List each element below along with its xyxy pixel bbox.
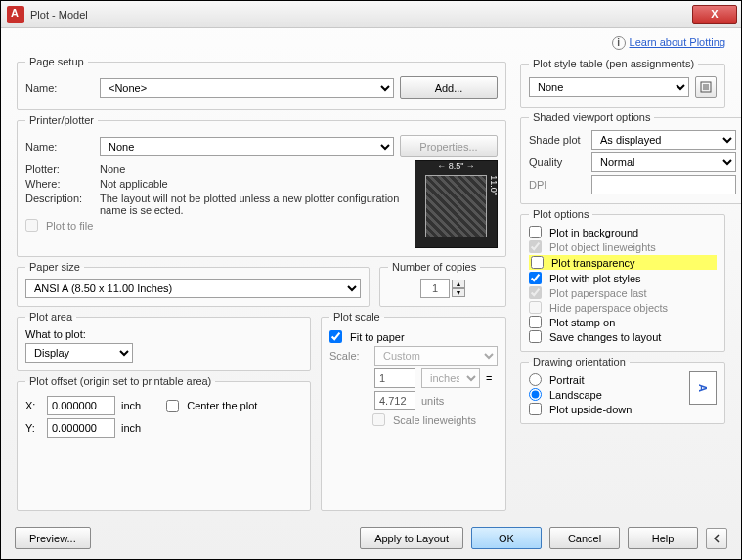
plot-area-group: Plot area What to plot: Display [17,311,311,371]
scale-lineweights-checkbox[interactable]: Scale lineweights [372,413,498,426]
apply-layout-button[interactable]: Apply to Layout [360,527,463,549]
where-label: Where: [25,178,94,190]
offset-y-input[interactable] [47,418,115,438]
plot-to-file-checkbox[interactable]: Plot to file [25,219,407,232]
shaded-viewport-group: Shaded viewport options Shade plotAs dis… [520,111,741,204]
copies-up[interactable]: ▲ [452,280,465,288]
learn-link-row: iLearn about Plotting [520,36,725,50]
copies-spinner[interactable]: ▲▼ [420,279,465,298]
footer: Preview... Apply to Layout OK Cancel Hel… [1,521,741,559]
scale-denominator[interactable] [374,391,415,410]
copies-legend: Number of copies [388,261,480,273]
titlebar: Plot - Model X [1,1,741,28]
plot-paperspace-checkbox[interactable]: Plot paperspace last [529,286,717,299]
dpi-label: DPI [529,179,586,191]
page-setup-name-select[interactable]: <None> [100,78,394,98]
help-button[interactable]: Help [628,527,698,549]
landscape-radio[interactable]: Landscape [529,388,683,401]
paper-size-legend: Paper size [25,261,84,273]
ok-button[interactable]: OK [471,527,542,549]
collapse-button[interactable] [706,528,727,549]
offset-y-label: Y: [25,422,41,434]
where-value: Not applicable [100,178,407,190]
plot-lw-checkbox[interactable]: Plot object lineweights [529,240,717,253]
scale-select[interactable]: Custom [374,346,498,366]
printer-name-label: Name: [25,141,94,152]
fit-to-paper-checkbox[interactable]: Fit to paper [329,330,498,343]
offset-x-unit: inch [121,400,141,411]
plotter-label: Plotter: [25,163,94,175]
window-title: Plot - Model [30,9,692,21]
close-button[interactable]: X [692,5,737,24]
what-to-plot-select[interactable]: Display [25,343,133,363]
plot-style-table-group: Plot style table (pen assignments) None [520,58,725,108]
plot-options-group: Plot options Plot in background Plot obj… [520,208,725,352]
page-setup-group: Page setup Name: <None> Add... [17,56,506,110]
hide-paperspace-checkbox[interactable]: Hide paperspace objects [529,301,717,314]
plot-options-legend: Plot options [529,208,592,220]
page-setup-legend: Page setup [25,56,88,67]
plot-bg-checkbox[interactable]: Plot in background [529,226,717,238]
save-changes-checkbox[interactable]: Save changes to layout [529,330,717,343]
plot-dialog: Plot - Model X . Page setup Name: <None>… [0,0,742,560]
plot-scale-legend: Plot scale [329,311,384,323]
paper-preview: ← 8.5" → 11.0" [415,160,498,248]
cancel-button[interactable]: Cancel [549,527,620,549]
plot-area-legend: Plot area [25,311,76,323]
printer-properties-button[interactable]: Properties... [400,135,498,157]
printer-legend: Printer/plotter [25,114,98,126]
plotter-value: None [100,163,407,175]
offset-y-unit: inch [121,422,141,434]
plot-styles-checkbox[interactable]: Plot with plot styles [529,272,717,284]
plot-offset-legend: Plot offset (origin set to printable are… [25,375,215,387]
learn-link[interactable]: Learn about Plotting [630,36,725,48]
paper-size-group: Paper size ANSI A (8.50 x 11.00 Inches) [17,261,370,307]
shade-plot-label: Shade plot [529,134,586,146]
orientation-legend: Drawing orientation [529,356,630,367]
upside-down-checkbox[interactable]: Plot upside-down [529,403,683,415]
page-setup-add-button[interactable]: Add... [400,76,498,99]
quality-label: Quality [529,156,586,168]
shade-plot-select[interactable]: As displayed [591,130,736,150]
copies-down[interactable]: ▼ [452,288,465,297]
printer-group: Printer/plotter Name: None Properties...… [17,114,506,257]
orientation-group: Drawing orientation Portrait Landscape P… [520,356,725,424]
desc-value: The layout will not be plotted unless a … [100,193,407,216]
printer-name-select[interactable]: None [100,137,394,156]
plot-transparency-checkbox[interactable]: Plot transparency [529,255,717,270]
scale-unit-select[interactable]: inches [421,368,480,388]
plot-style-edit-button[interactable] [695,76,717,98]
portrait-radio[interactable]: Portrait [529,373,683,386]
scale-numerator[interactable] [374,368,415,388]
scale-label: Scale: [329,350,369,362]
offset-x-input[interactable] [47,396,115,415]
scale-units-label: units [421,395,444,407]
plot-scale-group: Plot scale Fit to paper Scale: Custom in… [321,311,506,511]
copies-group: Number of copies ▲▼ [379,261,506,307]
app-icon [7,6,24,23]
info-icon: i [612,36,626,50]
desc-label: Description: [25,193,94,204]
what-to-plot-label: What to plot: [25,328,302,340]
offset-x-label: X: [25,400,41,411]
plot-offset-group: Plot offset (origin set to printable are… [17,375,311,511]
shaded-legend: Shaded viewport options [529,111,654,123]
center-plot-checkbox[interactable]: Center the plot [166,400,257,412]
plot-style-legend: Plot style table (pen assignments) [529,58,698,69]
paper-size-select[interactable]: ANSI A (8.50 x 11.00 Inches) [25,279,361,298]
orientation-icon: A [689,371,717,405]
quality-select[interactable]: Normal [591,152,736,172]
plot-style-select[interactable]: None [529,77,689,97]
page-setup-name-label: Name: [25,82,94,94]
dpi-input[interactable] [591,175,736,194]
preview-button[interactable]: Preview... [15,527,91,549]
plot-stamp-checkbox[interactable]: Plot stamp on [529,316,717,328]
